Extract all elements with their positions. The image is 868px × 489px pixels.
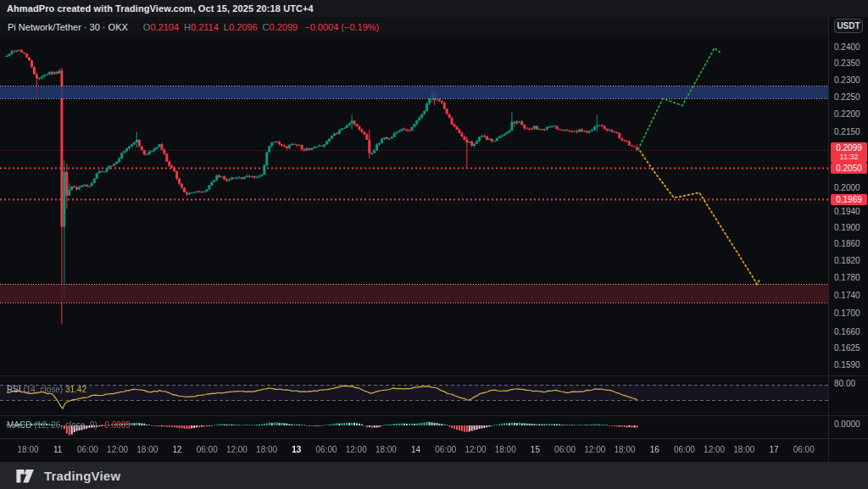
time-tick: 06:00 [674,445,695,454]
symbol-legend: Pi Network/Tether · 30 · OKXO0.2104H0.21… [0,17,828,38]
macd-value: −0.0005 [100,420,131,430]
time-tick: 18:00 [17,445,38,454]
time-tick: 06:00 [77,445,98,454]
footer-bar: TradingView [0,462,868,489]
rsi-label: RSI [7,385,21,394]
price-tick: 0.1700 [834,308,860,318]
price-tick: 0.2350 [834,58,860,68]
time-tick: 06:00 [435,445,456,454]
time-tick: 06:00 [554,445,576,454]
price-tick: 0.2150 [834,127,860,136]
tradingview-logo-icon[interactable] [15,467,36,484]
last-price-label: 0.209911:32 [831,142,867,163]
price-tick: 0.1660 [834,327,860,336]
price-tick: 0.1940 [834,207,860,216]
time-tick: 18:00 [256,445,277,454]
price-tick: 0.2200 [834,109,860,119]
ohlc-key: C [263,22,270,32]
pane-separator-macd[interactable] [0,415,868,416]
currency-unit-button[interactable]: USDT [834,19,863,33]
time-tick: 18:00 [614,445,635,454]
change-value: −0.0004 (−0.19%) [304,22,379,32]
time-tick: 12:00 [346,445,367,454]
price-tick: 0.1625 [834,343,860,353]
time-tick: 13 [292,445,301,454]
time-tick: 06:00 [315,445,337,454]
macd-params: (12, 26, close, 9) [34,420,97,430]
alert-price-label: 0.2050 [831,163,867,174]
price-tick: 0.2400 [834,42,860,52]
price-tick: 0.2300 [834,75,860,85]
time-tick: 12:00 [584,445,605,454]
time-tick: 15 [531,445,540,454]
ohlc-value: 0.2096 [229,22,258,32]
time-tick: 12:00 [465,445,486,454]
time-tick: 14 [411,445,420,454]
tradingview-brand-text[interactable]: TradingView [44,469,120,483]
time-tick: 18:00 [733,445,754,454]
ohlc-value: 0.2114 [191,22,219,32]
bar-countdown: 11:32 [831,153,867,162]
time-tick: 11 [53,445,62,454]
ohlc-value: 0.2104 [150,22,179,32]
time-tick: 06:00 [793,445,815,454]
price-tick: 0.1900 [834,223,860,232]
macd-legend[interactable]: MACD (12, 26, close, 9) −0.0005 [7,420,131,430]
time-tick: 18:00 [376,445,397,454]
ohlc-values: O0.2104H0.2114L0.2096C0.2099 [138,22,298,32]
time-tick: 06:00 [197,445,218,454]
chart-plot-area[interactable] [0,38,828,438]
time-tick: 12:00 [704,445,725,454]
ohlc-key: H [184,22,191,32]
tradingview-chart-window: AhmadPro created with TradingView.com, O… [0,0,868,489]
time-tick: 12 [172,445,181,454]
macd-label: MACD [7,420,31,430]
price-axis[interactable]: 0.24000.23500.23000.22500.22000.21500.20… [828,17,868,462]
symbol-title[interactable]: Pi Network/Tether · 30 · OKX [8,22,128,32]
time-tick: 12:00 [226,445,248,454]
time-tick: 16 [650,445,659,454]
price-tick: 0.1780 [834,273,860,282]
price-tick: 0.2250 [834,92,860,102]
price-tick: 0.2000 [834,183,860,192]
rsi-value: 31.42 [65,385,86,394]
pane-separator-rsi[interactable] [0,375,868,376]
attribution-text: AhmadPro created with TradingView.com, O… [7,3,314,14]
time-tick: 18:00 [136,445,158,454]
price-tick: 0.1820 [834,256,860,265]
rsi-axis-label: 80.00 [834,379,855,388]
time-tick: 12:00 [107,445,128,454]
price-tick: 0.1860 [834,239,860,248]
rsi-legend[interactable]: RSI (14, close) 31.42 [7,385,86,394]
rsi-params: (14, close) [23,385,63,394]
time-axis[interactable]: 18:001106:0012:0018:001206:0012:0018:001… [0,439,828,462]
last-price-value: 0.2099 [831,143,867,153]
time-tick: 18:00 [495,445,516,454]
alert-price-label: 0.1969 [831,194,867,205]
price-tick: 0.1590 [834,360,860,370]
ohlc-value: 0.2099 [270,22,298,32]
time-tick: 17 [769,445,778,454]
macd-axis-label: 0.0000 [834,420,860,429]
attribution-bar: AhmadPro created with TradingView.com, O… [0,0,868,17]
price-tick: 0.1740 [834,291,860,300]
